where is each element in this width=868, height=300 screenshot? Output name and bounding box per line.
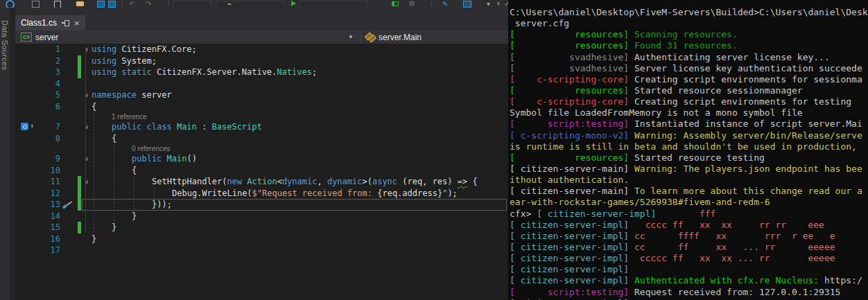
- change-margin: [76, 44, 82, 55]
- glyph-margin[interactable]: ↑: [15, 121, 34, 133]
- start-no-debug-icon[interactable]: [392, 1, 399, 6]
- undo-icon[interactable]: ↶: [129, 1, 134, 7]
- code-line-3[interactable]: 3using static CitizenFX.Server.Native.Na…: [15, 67, 508, 78]
- cancel-icon[interactable]: ×: [496, 1, 501, 7]
- pin-icon[interactable]: [62, 20, 69, 26]
- save-all-icon[interactable]: [108, 1, 116, 8]
- debug-target-icon[interactable]: ⌁: [227, 1, 232, 7]
- console-line: [ citizen-server-impl]: [508, 264, 868, 275]
- code-text: }));: [92, 200, 172, 209]
- fold-chevron-icon[interactable]: ∨: [82, 91, 92, 98]
- screenshot-root: ↶↷⌁✎▾×✓ Data Sources Class1.cs × C# serv…: [0, 0, 868, 300]
- glyph-margin[interactable]: [15, 199, 34, 211]
- code-token: CitizenFX.Server.Native.: [157, 67, 277, 77]
- code-line-11[interactable]: 11∨SetHttpHandler(new Action<dynamic, dy…: [15, 176, 508, 188]
- glyph-margin[interactable]: [15, 188, 34, 200]
- quick-actions-screwdriver-icon[interactable]: [61, 199, 74, 211]
- glyph-margin[interactable]: [15, 67, 34, 78]
- code-line-7[interactable]: ↑7∨public class Main : BaseScript: [15, 121, 508, 133]
- start-debug-icon[interactable]: [291, 1, 296, 6]
- attach-icon[interactable]: ✎: [442, 1, 448, 7]
- quick-actions-margin: [60, 101, 76, 113]
- code-line-15[interactable]: 15}: [15, 222, 508, 233]
- console-text-segment: [ citizen-server-impl]: [510, 242, 629, 252]
- code-line-13[interactable]: 13}));: [15, 199, 508, 211]
- glyph-margin[interactable]: [15, 44, 34, 55]
- stop-icon[interactable]: [409, 1, 415, 6]
- fold-chevron-icon[interactable]: ∨: [82, 46, 92, 53]
- change-margin: [76, 101, 82, 113]
- redo-icon[interactable]: ↷: [146, 1, 151, 7]
- code-text: }: [92, 234, 96, 244]
- change-margin: [76, 153, 82, 165]
- code-line-16[interactable]: 16}: [15, 233, 508, 245]
- fold-chevron-icon[interactable]: ∨: [82, 123, 92, 130]
- console-text-segment: To learn more about this change read our…: [629, 186, 862, 196]
- code-line-10[interactable]: 10{: [15, 165, 508, 177]
- target-combo[interactable]: [300, 1, 367, 8]
- dropdown-caret-icon[interactable]: ▾: [487, 1, 490, 7]
- fold-chevron-icon[interactable]: ∨: [82, 155, 92, 162]
- configuration-combo[interactable]: [173, 1, 211, 8]
- window-box-icon[interactable]: [32, 1, 40, 8]
- console-text-segment: ear-with-rockstar-games/5269938#fivem-an…: [510, 197, 770, 207]
- tab-title: Class1.cs: [21, 18, 57, 28]
- fold-chevron-icon[interactable]: ∨: [82, 178, 92, 185]
- open-folder-icon[interactable]: [76, 1, 84, 6]
- code-line-8[interactable]: 8{: [15, 133, 508, 145]
- console-text-segment: C:\Users\daniel\Desktop\FiveM-Servers\Bu…: [510, 7, 868, 17]
- console-text-segment: cc ff xx ... rr eeeee: [629, 242, 835, 252]
- glyph-margin[interactable]: [15, 165, 34, 177]
- fxserver-console[interactable]: C:\Users\daniel\Desktop\FiveM-Servers\Bu…: [508, 0, 868, 300]
- glyph-margin[interactable]: [15, 55, 34, 67]
- code-line-14[interactable]: 14}: [15, 211, 508, 222]
- data-sources-panel-tab[interactable]: Data Sources: [0, 8, 10, 300]
- glyph-margin[interactable]: [15, 222, 34, 233]
- codelens-references[interactable]: 1 reference: [15, 112, 508, 121]
- code-token: <: [277, 177, 282, 186]
- quick-actions-margin: [60, 245, 76, 256]
- console-text-segment: cccc ff xx xx rr rr eee: [629, 220, 824, 230]
- save-icon[interactable]: [97, 1, 105, 8]
- glyph-margin[interactable]: [15, 89, 34, 101]
- tab-class1-cs[interactable]: Class1.cs ×: [15, 15, 85, 30]
- codelens-references[interactable]: 0 references: [15, 144, 508, 153]
- glyph-margin[interactable]: [15, 101, 34, 113]
- quick-actions-margin: [60, 165, 76, 177]
- panel-splitter[interactable]: [10, 8, 15, 300]
- console-text-segment: is runtime is still in beta and shouldn'…: [510, 141, 857, 152]
- platform-combo[interactable]: [216, 1, 284, 8]
- glyph-margin[interactable]: [15, 78, 34, 90]
- code-line-1[interactable]: 1∨using CitizenFX.Core;: [15, 44, 508, 55]
- code-editor[interactable]: 1∨using CitizenFX.Core;2using System;3us…: [15, 44, 508, 300]
- code-line-5[interactable]: 5∨namespace server: [15, 89, 508, 101]
- code-token: =>: [458, 177, 467, 186]
- code-text: using CitizenFX.Core;: [92, 44, 197, 54]
- change-margin: [76, 233, 82, 245]
- code-line-2[interactable]: 2using System;: [15, 55, 508, 67]
- code-text: using System;: [92, 56, 157, 66]
- step-box-icon[interactable]: [463, 1, 471, 8]
- code-line-6[interactable]: 6{: [15, 101, 508, 113]
- glyph-margin[interactable]: [15, 176, 34, 188]
- code-text: {: [92, 134, 116, 143]
- glyph-margin[interactable]: [15, 245, 34, 256]
- project-dropdown[interactable]: C# server ▼: [15, 30, 361, 44]
- code-line-9[interactable]: 9∨public Main(): [15, 153, 508, 165]
- code-line-4[interactable]: 4: [15, 78, 508, 90]
- close-icon[interactable]: ×: [74, 19, 80, 28]
- member-dropdown[interactable]: server.Main: [361, 30, 508, 44]
- glyph-margin[interactable]: [15, 133, 34, 145]
- glyph-margin[interactable]: [15, 233, 34, 245]
- code-line-12[interactable]: 12Debug.WriteLine($"Request received fro…: [15, 188, 508, 200]
- console-line: server.cfg: [508, 18, 868, 29]
- console-line: [ script:testing] Request received from:…: [508, 287, 868, 298]
- quick-actions-margin: [60, 176, 76, 188]
- glyph-margin[interactable]: [15, 211, 34, 222]
- code-line-17[interactable]: 17: [15, 245, 508, 256]
- glyph-margin[interactable]: [15, 153, 34, 165]
- console-text-segment: [ resources]: [510, 152, 629, 163]
- console-line: [ resources] Started resource sessionman…: [508, 85, 868, 96]
- change-bar: [76, 176, 82, 188]
- code-token: Action: [247, 177, 277, 186]
